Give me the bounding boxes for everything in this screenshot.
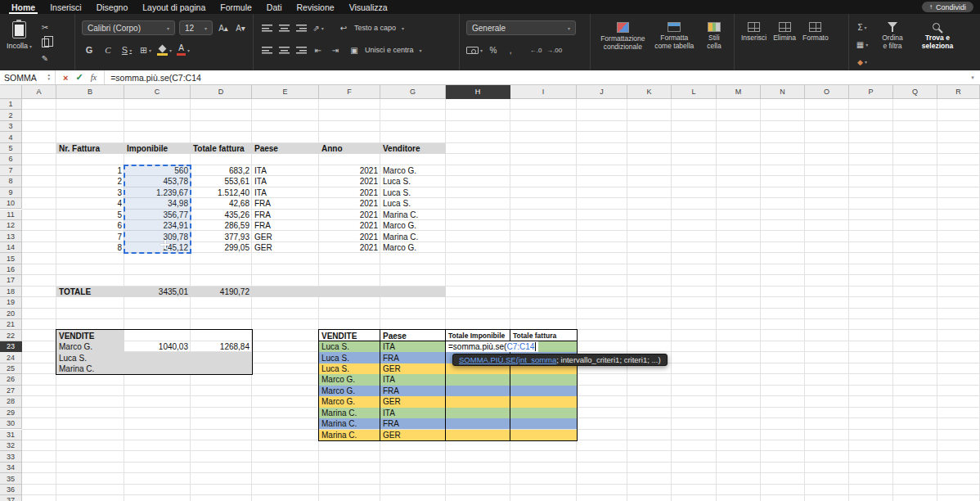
row-header-25[interactable]: 25 <box>0 363 22 374</box>
formula-bar-expand-icon[interactable]: ▾ <box>965 70 980 84</box>
cell-B11[interactable]: 5 <box>56 210 124 220</box>
cell-F31[interactable]: Marina C. <box>319 430 380 440</box>
column-header-K[interactable]: K <box>627 85 672 99</box>
row-header-17[interactable]: 17 <box>0 275 22 286</box>
row-header-13[interactable]: 13 <box>0 231 22 241</box>
column-header-M[interactable]: M <box>717 85 761 99</box>
autosum-button[interactable]: Σ▾ <box>856 21 869 34</box>
currency-format-button[interactable]: ▾ <box>466 44 483 56</box>
row-header-8[interactable]: 8 <box>0 176 22 187</box>
cell-G12[interactable]: Marco G. <box>380 220 446 231</box>
cell-C12[interactable]: 234,91 <box>124 220 191 231</box>
cell-F22[interactable]: VENDITE <box>319 330 380 341</box>
cell-C14[interactable]: 245,12 <box>124 242 191 253</box>
cell-G27[interactable]: FRA <box>380 386 446 396</box>
column-header-D[interactable]: D <box>191 85 252 99</box>
row-header-2[interactable]: 2 <box>0 110 22 120</box>
cell-E10[interactable]: FRA <box>252 198 319 209</box>
cell-H27[interactable] <box>446 386 510 396</box>
cell-I29[interactable] <box>510 408 577 418</box>
cell-F28[interactable]: Marco G. <box>319 396 380 407</box>
ribbon-tab-home[interactable]: Home <box>11 0 35 14</box>
cell-B24[interactable]: Luca S. <box>56 352 124 363</box>
cell-I30[interactable] <box>510 418 577 429</box>
align-bottom-button[interactable] <box>294 22 308 34</box>
cell-B23[interactable]: Marco G. <box>56 341 124 352</box>
cell-B18[interactable]: TOTALE <box>56 287 124 297</box>
paste-button[interactable]: Incolla▾ <box>7 20 32 65</box>
invoice-header-D5[interactable]: Totale fattura <box>191 143 252 154</box>
cell-I26[interactable] <box>510 374 577 385</box>
align-middle-button[interactable] <box>277 22 290 34</box>
row-header-9[interactable]: 9 <box>0 187 22 198</box>
cell-G10[interactable]: Luca S. <box>380 198 446 209</box>
select-all-corner[interactable] <box>0 85 22 99</box>
cell-E14[interactable]: GER <box>252 242 319 253</box>
cell-D9[interactable]: 1.512,40 <box>191 187 252 198</box>
cell-D8[interactable]: 553,61 <box>191 176 252 187</box>
find-select-button[interactable]: Trova e seleziona <box>916 20 959 69</box>
cell-B9[interactable]: 3 <box>56 187 124 198</box>
cell-F24[interactable]: Luca S. <box>319 352 380 363</box>
row-header-23[interactable]: 23 <box>0 341 22 352</box>
row-header-30[interactable]: 30 <box>0 418 22 429</box>
cancel-entry-button[interactable]: × <box>63 73 68 83</box>
spreadsheet-grid[interactable]: ABCDEFGHIJKLMNOPQR1234567891011121314151… <box>0 85 980 501</box>
active-cell-editor[interactable]: =somma.più.se(C7:C14 <box>446 341 538 352</box>
cell-G31[interactable]: GER <box>380 430 446 440</box>
cell-D25[interactable] <box>191 363 252 374</box>
font-color-button[interactable]: A ▾ <box>176 43 191 57</box>
column-header-R[interactable]: R <box>937 85 980 99</box>
cell-F13[interactable]: 2021 <box>319 231 380 241</box>
row-header-20[interactable]: 20 <box>0 309 22 319</box>
column-header-O[interactable]: O <box>805 85 849 99</box>
align-right-button[interactable] <box>294 44 308 56</box>
column-header-I[interactable]: I <box>510 85 577 99</box>
cell-F14[interactable]: 2021 <box>319 242 380 253</box>
column-header-H[interactable]: H <box>446 85 510 99</box>
row-header-26[interactable]: 26 <box>0 374 22 385</box>
row-header-37[interactable]: 37 <box>0 495 22 501</box>
decrease-decimal-button[interactable]: →.00 <box>546 44 562 56</box>
cell-I27[interactable] <box>510 386 577 396</box>
cell-B14[interactable]: 8 <box>56 242 124 253</box>
ribbon-tab-formule[interactable]: Formule <box>220 0 252 14</box>
cell-F30[interactable]: Marina C. <box>319 418 380 429</box>
cell-F29[interactable]: Marina C. <box>319 408 380 418</box>
cell-G24[interactable]: FRA <box>380 352 446 363</box>
invoice-header-B5[interactable]: Nr. Fattura <box>56 143 124 154</box>
cell-F26[interactable]: Marco G. <box>319 374 380 385</box>
cell-D18[interactable]: 4190,72 <box>191 287 252 297</box>
cell-G23[interactable]: ITA <box>380 341 446 352</box>
cell-D13[interactable]: 377,93 <box>191 231 252 241</box>
row-header-6[interactable]: 6 <box>0 154 22 165</box>
row-header-28[interactable]: 28 <box>0 396 22 407</box>
cell-F10[interactable]: 2021 <box>319 198 380 209</box>
column-header-E[interactable]: E <box>252 85 319 99</box>
cell-D14[interactable]: 299,05 <box>191 242 252 253</box>
cell-B12[interactable]: 6 <box>56 220 124 231</box>
delete-cells-button[interactable]: Elimina <box>773 20 796 69</box>
cell-H22[interactable]: Totale Imponibile <box>446 330 510 341</box>
row-header-12[interactable]: 12 <box>0 220 22 231</box>
row-header-34[interactable]: 34 <box>0 463 22 473</box>
cell-C11[interactable]: 356,77 <box>124 210 191 220</box>
cell-B22[interactable]: VENDITE <box>56 330 124 341</box>
invoice-header-E5[interactable]: Paese <box>252 143 319 154</box>
row-header-10[interactable]: 10 <box>0 198 22 209</box>
cell-E9[interactable]: ITA <box>252 187 319 198</box>
cell-G11[interactable]: Marina C. <box>380 210 446 220</box>
italic-button[interactable]: C <box>101 43 115 57</box>
cell-D24[interactable] <box>191 352 252 363</box>
row-header-15[interactable]: 15 <box>0 253 22 264</box>
borders-button[interactable]: ⊞▾ <box>138 43 153 57</box>
cell-C23[interactable]: 1040,03 <box>124 341 191 352</box>
cell-F23[interactable]: Luca S. <box>319 341 380 352</box>
cell-F9[interactable]: 2021 <box>319 187 380 198</box>
cell-G29[interactable]: ITA <box>380 408 446 418</box>
ribbon-tab-inserisci[interactable]: Inserisci <box>50 0 82 14</box>
cell-F18[interactable] <box>319 287 380 297</box>
cell-E12[interactable]: FRA <box>252 220 319 231</box>
row-header-33[interactable]: 33 <box>0 451 22 462</box>
cell-E8[interactable]: ITA <box>252 176 319 187</box>
